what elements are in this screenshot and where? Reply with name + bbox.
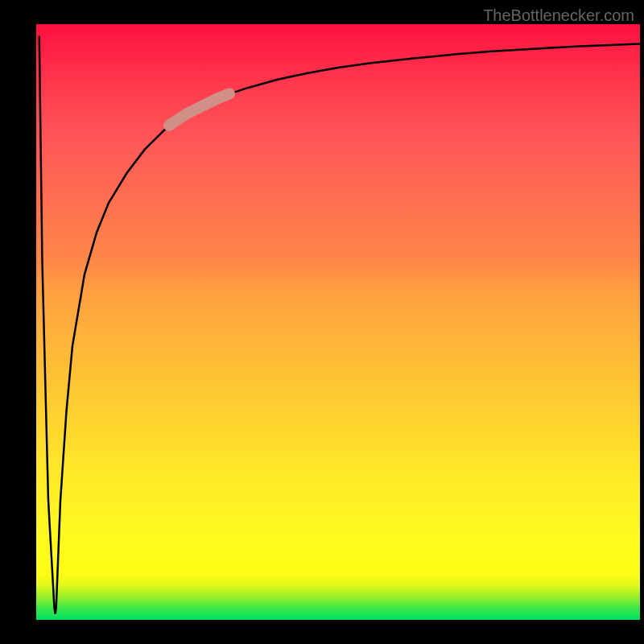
- watermark-text: TheBottlenecker.com: [483, 6, 634, 25]
- bottleneck-curve-highlight: [169, 94, 229, 126]
- x-axis-area: [0, 620, 644, 644]
- bottleneck-curve-path: [39, 36, 640, 614]
- chart-curve: [36, 24, 640, 620]
- y-axis-area: [0, 24, 36, 620]
